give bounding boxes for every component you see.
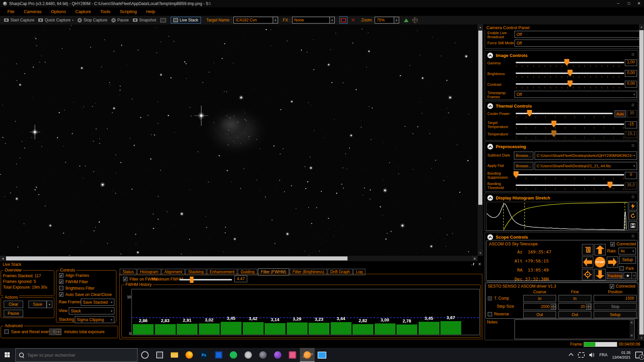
selection-area-button[interactable]: [339, 16, 347, 24]
gamma-slider-thumb[interactable]: [564, 59, 569, 66]
coarse-step-spinner[interactable]: 2000 ▲▼: [523, 303, 556, 310]
taskbar-app-blue[interactable]: [211, 348, 226, 362]
tcomp-checkbox[interactable]: [488, 296, 492, 301]
coarse-out-button[interactable]: Out: [523, 311, 556, 318]
pin-icon[interactable]: [471, 262, 475, 267]
language-indicator[interactable]: FRA: [599, 353, 607, 357]
taskbar-photoshop[interactable]: Ps: [197, 348, 211, 362]
timestamp-frames-select[interactable]: Off ▾: [515, 91, 637, 98]
target-temperature-slider[interactable]: [516, 123, 624, 125]
taskbar-app-monitor[interactable]: [315, 348, 329, 362]
vertical-scrollbar[interactable]: ▲ ▼: [478, 24, 483, 256]
stacking-select[interactable]: Sigma Clipping ▾: [75, 316, 114, 323]
target-temperature-value[interactable]: -15: [625, 121, 637, 128]
section-menu-icon[interactable]: ≡: [631, 102, 635, 109]
menu-item-file[interactable]: File: [3, 9, 19, 14]
slew-north-button[interactable]: [594, 244, 606, 255]
auto-stretch-button[interactable]: [629, 202, 637, 210]
horizontal-scrollbar[interactable]: ◀ ▶: [0, 256, 478, 261]
view-select[interactable]: Stack ▾: [69, 307, 114, 314]
scroll-right-icon[interactable]: ▶: [472, 256, 478, 261]
collapse-section-icon[interactable]: [487, 103, 493, 109]
menu-item-scripting[interactable]: Scripting: [115, 9, 142, 14]
panel-scroll-thumb[interactable]: [639, 30, 644, 335]
live-stack-button[interactable]: Live Stack: [171, 17, 201, 23]
close-panel-icon[interactable]: ✕: [478, 262, 481, 266]
save-reset-checkbox[interactable]: [4, 329, 9, 334]
tracking-button[interactable]: Tracking: [607, 272, 623, 279]
subtract-dark-path-select[interactable]: C:\Users\SharkFleet\Desktop\darks\QHY290…: [535, 152, 637, 160]
brightness-value[interactable]: 0,00: [625, 70, 637, 77]
cooler-power-slider-thumb[interactable]: [527, 110, 532, 117]
maximum-fwhm-value[interactable]: 4.47: [234, 276, 247, 282]
reverse-checkbox[interactable]: [488, 312, 492, 316]
collapse-section-icon[interactable]: [487, 144, 493, 149]
taskbar-sharpcap-active[interactable]: [300, 348, 315, 362]
fwhm-filter-checkbox[interactable]: ✓: [59, 280, 63, 284]
spin-down-icon[interactable]: ▼: [56, 332, 61, 335]
rate-select[interactable]: 4x ▾: [619, 248, 636, 254]
fx-select[interactable]: None: [292, 17, 330, 23]
histogram-graph[interactable]: [486, 202, 628, 231]
section-menu-icon[interactable]: ≡: [631, 142, 635, 149]
menu-item-tools[interactable]: Tools: [96, 9, 115, 14]
taskbar-app-gray[interactable]: [241, 348, 256, 362]
banding-suppression-slider[interactable]: [516, 174, 624, 176]
brightness-slider-thumb[interactable]: [568, 70, 573, 76]
maximize-button[interactable]: □: [624, 0, 634, 7]
scope-connected-checkbox[interactable]: ✓: [610, 242, 615, 246]
contrast-slider-thumb[interactable]: [568, 80, 573, 87]
focuser-setup-button[interactable]: Setup: [594, 311, 637, 318]
interval-spinner[interactable]: 5 ▲▼: [49, 328, 61, 335]
target-name-select[interactable]: IC4182 Cvn: [233, 17, 273, 23]
force-still-mode-select[interactable]: Off ▾: [515, 40, 644, 47]
start-button[interactable]: [5, 352, 10, 358]
scroll-up-icon[interactable]: ▲: [478, 24, 483, 30]
close-button[interactable]: ✕: [634, 0, 644, 7]
collapse-section-icon[interactable]: [487, 234, 493, 240]
reticle-icon[interactable]: [413, 18, 418, 23]
notes-textarea[interactable]: ▲ ▼: [515, 319, 635, 339]
menu-item-options[interactable]: Options: [46, 9, 71, 14]
slew-south-button[interactable]: [594, 269, 606, 280]
hidden-icons-chevron[interactable]: [569, 353, 573, 358]
raw-frames-select[interactable]: Save Stacked ▾: [81, 299, 114, 306]
fine-out-button[interactable]: Out: [558, 311, 591, 318]
contrast-value[interactable]: 0,00: [625, 81, 637, 87]
start-capture-button[interactable]: Start Capture: [4, 18, 34, 22]
snapshot-button[interactable]: Snapshot: [133, 18, 156, 22]
collapse-section-icon[interactable]: [487, 53, 493, 58]
stop-slew-button[interactable]: STOP: [594, 256, 606, 268]
spin-down-icon[interactable]: ▼: [551, 307, 556, 309]
notification-icon[interactable]: 2: [635, 352, 643, 358]
fine-step-spinner[interactable]: 20 ▲▼: [558, 303, 591, 310]
filter-on-fwhm-checkbox[interactable]: ✓: [123, 277, 127, 281]
unpark-button[interactable]: [582, 244, 593, 255]
park-checkbox[interactable]: [620, 266, 624, 270]
stop-capture-button[interactable]: Stop Capture: [77, 18, 107, 22]
scroll-down-icon[interactable]: ▼: [478, 250, 483, 256]
cortana-button[interactable]: [138, 348, 152, 362]
slew-west-button[interactable]: [582, 256, 593, 268]
task-view-button[interactable]: [152, 348, 167, 362]
horizontal-scroll-thumb[interactable]: [6, 256, 347, 260]
taskbar-search[interactable]: [15, 348, 138, 362]
subtract-dark-browse-button[interactable]: Browse...: [514, 152, 533, 160]
zoom-dropdown-icon[interactable]: ▾: [394, 17, 399, 23]
scope-setup-button[interactable]: Setup: [619, 256, 636, 264]
taskbar-spotify[interactable]: [226, 348, 241, 362]
fine-in-button[interactable]: In: [558, 295, 591, 302]
pause-stack-button[interactable]: Pause: [4, 310, 23, 317]
spin-up-icon[interactable]: ▲: [586, 304, 591, 307]
menu-item-help[interactable]: Help: [142, 9, 160, 14]
section-menu-icon[interactable]: ≡: [631, 51, 635, 58]
vertical-scroll-thumb[interactable]: [478, 31, 482, 205]
section-menu-icon[interactable]: ≡: [631, 233, 635, 240]
panel-scroll-up-icon[interactable]: ▲: [639, 24, 644, 29]
zoom-select[interactable]: 75%: [375, 17, 394, 23]
reset-stretch-button[interactable]: [629, 212, 637, 220]
gamma-value[interactable]: 1,00: [625, 59, 637, 66]
tracking-rate-dropdown-icon[interactable]: ▾: [632, 272, 636, 279]
minimize-button[interactable]: –: [613, 0, 623, 7]
goto-target-button[interactable]: [582, 269, 593, 280]
